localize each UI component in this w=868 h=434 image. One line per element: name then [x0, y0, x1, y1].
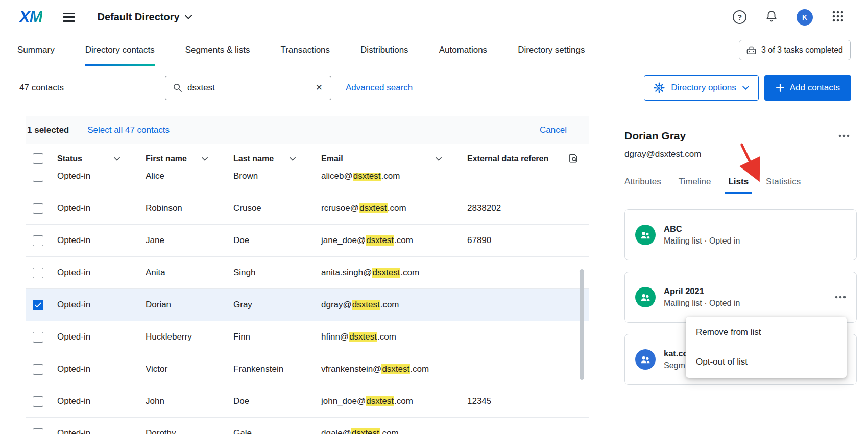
cell-email: john_doe@dsxtest.com [321, 385, 467, 417]
row-checkbox[interactable] [33, 396, 43, 407]
contact-more-menu-icon[interactable] [838, 134, 850, 137]
cell-last-name: Brown [233, 173, 321, 192]
row-checkbox[interactable] [33, 428, 43, 434]
apps-waffle-icon[interactable] [831, 10, 845, 25]
cell-external-data-reference [467, 418, 589, 434]
tab-automations[interactable]: Automations [439, 34, 488, 66]
chevron-down-icon[interactable] [436, 157, 442, 161]
table-row[interactable]: Opted-in Dorothy Gale dgale@dsxtest.com [26, 418, 589, 434]
contact-email: dgray@dsxtest.com [624, 149, 857, 159]
column-header-email[interactable]: Email [321, 144, 467, 173]
notifications-bell-icon[interactable] [765, 10, 778, 25]
cell-email: hfinn@dsxtest.com [321, 321, 467, 353]
cell-last-name: Finn [233, 321, 321, 353]
tab-directory-contacts[interactable]: Directory contacts [85, 34, 155, 66]
cell-email: jane_doe@dsxtest.com [321, 225, 467, 256]
tab-segments-lists[interactable]: Segments & lists [185, 34, 250, 66]
row-checkbox[interactable] [33, 332, 43, 343]
cell-external-data-reference [467, 321, 589, 353]
advanced-search-link[interactable]: Advanced search [346, 83, 413, 93]
tab-summary[interactable]: Summary [17, 34, 55, 66]
table-row[interactable]: Opted-in Jane Doe jane_doe@dsxtest.com 6… [26, 225, 589, 257]
table-row[interactable]: Opted-in Victor Frankenstein vfrankenste… [26, 353, 589, 385]
directory-selector[interactable]: Default Directory [98, 11, 192, 23]
table-row[interactable]: Opted-in Robinson Crusoe rcrusoe@dsxtest… [26, 192, 589, 225]
cell-first-name: Dorian [146, 289, 233, 321]
search-input[interactable] [187, 83, 309, 93]
table-row[interactable]: Opted-in Anita Singh anita.singh@dsxtest… [26, 257, 589, 289]
list-name: ABC [664, 224, 740, 234]
column-header-last-name[interactable]: Last name [233, 144, 321, 173]
column-label: Last name [233, 154, 274, 163]
cancel-link[interactable]: Cancel [540, 125, 567, 135]
tasks-badge[interactable]: 3 of 3 tasks completed [739, 40, 851, 60]
row-checkbox[interactable] [33, 173, 43, 182]
cell-status: Opted-in [50, 192, 146, 224]
cell-first-name: Jane [146, 225, 233, 256]
cell-first-name: Huckleberry [146, 321, 233, 353]
cell-email: dgale@dsxtest.com [321, 418, 467, 434]
directory-options-button[interactable]: Directory options [644, 75, 759, 101]
column-preview-icon[interactable] [568, 153, 579, 164]
avatar[interactable]: K [797, 9, 813, 26]
chevron-down-icon [742, 86, 749, 90]
search-highlight: dsxtest [349, 332, 377, 342]
cell-last-name: Doe [233, 225, 321, 256]
chevron-down-icon[interactable] [290, 157, 296, 161]
list-context-menu: Remove from list Opt-out of list [686, 317, 847, 378]
select-all-checkbox[interactable] [33, 153, 43, 164]
chevron-down-icon [185, 15, 192, 19]
select-all-link[interactable]: Select all 47 contacts [87, 125, 170, 135]
list-card[interactable]: ABC Mailing list · Opted in [624, 209, 857, 260]
mailing-list-icon [635, 225, 656, 245]
cell-status: Opted-in [50, 257, 146, 288]
row-checkbox[interactable] [33, 364, 43, 375]
tab-transactions[interactable]: Transactions [280, 34, 330, 66]
row-checkbox-checked[interactable] [33, 300, 43, 310]
contacts-count: 47 contacts [19, 83, 64, 93]
column-label: First name [146, 154, 187, 163]
list-card[interactable]: April 2021 Mailing list · Opted in [624, 272, 857, 323]
search-highlight: dsxtest [366, 396, 394, 406]
column-header-status[interactable]: Status [50, 144, 146, 173]
table-row[interactable]: Opted-in John Doe john_doe@dsxtest.com 1… [26, 385, 589, 418]
clear-search-icon[interactable]: ✕ [315, 82, 324, 93]
search-box[interactable]: ✕ [165, 76, 331, 100]
chevron-down-icon[interactable] [114, 157, 120, 161]
column-header-first-name[interactable]: First name [146, 144, 233, 173]
mailing-list-icon [635, 287, 656, 307]
tab-timeline[interactable]: Timeline [679, 177, 711, 194]
selected-count: 1 selected [27, 125, 69, 135]
list-more-menu-icon[interactable] [835, 296, 846, 299]
search-highlight: dsxtest [359, 203, 388, 213]
column-header-external-data-reference[interactable]: External data referen [467, 144, 589, 173]
segment-icon [635, 349, 656, 370]
add-contacts-button[interactable]: Add contacts [764, 75, 851, 101]
table-row[interactable]: Opted-in Alice Brown aliceb@dsxtest.com [26, 173, 589, 192]
toolbar: 47 contacts ✕ Advanced search Directory … [0, 66, 868, 109]
cell-status: Opted-in [50, 353, 146, 385]
tab-attributes[interactable]: Attributes [624, 177, 661, 194]
chevron-down-icon[interactable] [202, 157, 208, 161]
table-row-selected[interactable]: Opted-in Dorian Gray dgray@dsxtest.com [26, 289, 589, 321]
plus-icon [776, 83, 785, 92]
cell-external-data-reference: 12345 [467, 385, 589, 417]
row-checkbox[interactable] [33, 268, 43, 278]
row-checkbox[interactable] [33, 235, 43, 246]
tab-statistics[interactable]: Statistics [766, 177, 801, 194]
cell-email: aliceb@dsxtest.com [321, 173, 467, 192]
search-highlight: dsxtest [351, 428, 380, 434]
help-icon[interactable]: ? [733, 10, 746, 24]
hamburger-menu-icon[interactable] [63, 13, 75, 22]
tab-lists[interactable]: Lists [728, 177, 749, 194]
menu-item-remove-from-list[interactable]: Remove from list [686, 318, 847, 347]
table-scrollbar-thumb[interactable] [580, 269, 584, 380]
tab-directory-settings[interactable]: Directory settings [518, 34, 585, 66]
tab-distributions[interactable]: Distributions [360, 34, 408, 66]
cell-email: anita.singh@dsxtest.com [321, 257, 467, 288]
row-checkbox[interactable] [33, 203, 43, 214]
cell-email: vfrankenstein@dsxtest.com [321, 353, 467, 385]
table-row[interactable]: Opted-in Huckleberry Finn hfinn@dsxtest.… [26, 321, 589, 353]
menu-item-opt-out-of-list[interactable]: Opt-out of list [686, 347, 847, 377]
column-label: Status [57, 154, 82, 163]
